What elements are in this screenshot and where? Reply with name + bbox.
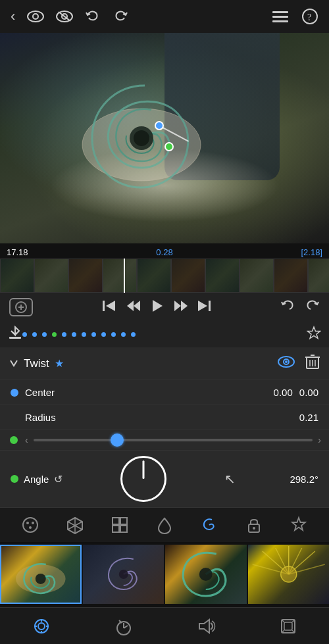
filter-tab-spiral[interactable] [197,513,221,537]
redo-button[interactable] [113,9,128,24]
angle-cursor-icon: ↖ [224,471,236,487]
radius-param-name: Radius [25,412,56,423]
angle-row: Angle ↺ ↖ 298.2° [0,450,329,507]
help-icon[interactable]: ? [301,8,318,25]
effect-delete-icon[interactable] [305,354,320,373]
spiral-overlay [69,66,214,211]
svg-point-39 [26,522,29,524]
video-preview [0,33,329,243]
back-button[interactable]: ‹ [11,8,15,25]
svg-rect-75 [284,622,292,630]
angle-dial[interactable] [120,456,166,502]
svg-rect-47 [120,518,127,524]
keyframe-star-icon[interactable] [307,326,321,343]
keyframe-dot [111,332,116,337]
skip-end-button[interactable] [197,299,211,316]
svg-marker-17 [106,301,115,311]
effect-thumb-img-edgerays [248,545,330,604]
svg-marker-28 [308,327,320,339]
center-dot [11,389,18,397]
nav-audio-button[interactable] [191,612,220,641]
center-param-left: Center [11,387,55,398]
transport-redo-button[interactable] [304,299,320,316]
slider-right-arrow[interactable]: › [318,435,321,445]
effect-star-icon[interactable]: ★ [55,357,64,370]
effect-header-right [278,354,320,373]
filter-tab-palette[interactable] [18,513,42,537]
visibility-icon[interactable] [27,10,44,23]
center-param-row: Center 0.00 0.00 [0,380,329,405]
keyframe-dot [32,332,37,337]
filter-tab-lock[interactable] [242,513,266,537]
radius-value: 0.21 [299,412,318,423]
keyframe-download-icon[interactable] [8,326,22,343]
nav-layers-button[interactable] [274,612,303,641]
svg-point-51 [253,527,255,530]
step-fwd-button[interactable] [173,299,188,316]
svg-point-40 [32,522,34,524]
effect-thumbnails: Twist Twirl Big Twist [0,542,329,616]
effect-thumb-edgerays[interactable]: Edge Rays [248,545,330,614]
svg-point-56 [199,568,213,581]
filter-tab-favorites[interactable] [287,513,311,537]
filter-tab-3d[interactable] [63,513,87,537]
transport-undo-button[interactable] [280,299,296,316]
timeline-thumb [240,259,274,293]
nav-speed-button[interactable] [109,612,138,641]
filter-tab-grid[interactable] [108,513,132,537]
keyframe-dot [72,332,76,337]
svg-point-64 [280,566,296,582]
effect-thumb-twist[interactable]: Twist [0,545,82,614]
svg-point-41 [29,526,32,529]
skip-start-button[interactable] [102,299,116,316]
svg-point-12 [134,130,149,146]
svg-marker-73 [199,620,209,633]
svg-text:?: ? [307,12,311,22]
radius-param-row: Radius 0.21 [0,405,329,430]
effect-title: Twist [24,357,49,370]
effect-thumb-bigtwist[interactable]: Big Twist [165,545,247,614]
slider-left-arrow[interactable]: ‹ [25,435,28,445]
svg-rect-6 [272,16,288,18]
step-back-button[interactable] [126,299,140,316]
svg-point-38 [23,518,38,532]
timeline-thumb [171,259,205,293]
svg-marker-52 [292,518,305,530]
timeline-time-left: 17.18 [7,247,28,257]
angle-value: 298.2° [290,474,318,485]
transport-right [280,299,320,316]
radius-slider-track[interactable] [34,439,313,441]
angle-dial-container[interactable] [117,456,170,502]
keyframe-dot [101,332,106,337]
visibility-off-icon[interactable] [56,10,73,23]
svg-marker-24 [198,301,207,311]
radius-param-left: Radius [11,412,56,423]
effect-thumb-img-twist [0,545,82,604]
svg-point-55 [118,570,128,579]
transport-center [102,299,211,316]
svg-point-31 [285,360,288,363]
svg-rect-23 [209,301,211,311]
keyframe-dot [62,332,66,337]
effect-thumb-twirl[interactable]: Twirl [83,545,164,614]
effect-chevron-icon[interactable] [9,359,18,369]
play-button[interactable] [149,299,164,316]
radius-slider-thumb[interactable] [111,433,124,447]
timeline-strip[interactable] [0,259,329,293]
angle-reset-icon[interactable]: ↺ [54,473,63,485]
keyframe-dot [121,332,126,337]
effect-visibility-icon[interactable] [278,355,295,372]
bottom-nav [0,607,329,644]
nav-effects-button[interactable] [27,612,56,641]
filter-tab-drop[interactable] [153,513,176,537]
timeline-thumb [68,259,103,293]
top-bar-right: ? [271,8,318,25]
timeline-thumb [137,259,171,293]
add-layer-button[interactable] [9,298,33,316]
transport-bar [0,293,329,322]
undo-button[interactable] [85,9,101,24]
green-dot-slider [8,434,20,446]
svg-rect-16 [103,301,105,311]
menu-icon[interactable] [271,9,290,24]
keyframe-dot [131,332,136,337]
